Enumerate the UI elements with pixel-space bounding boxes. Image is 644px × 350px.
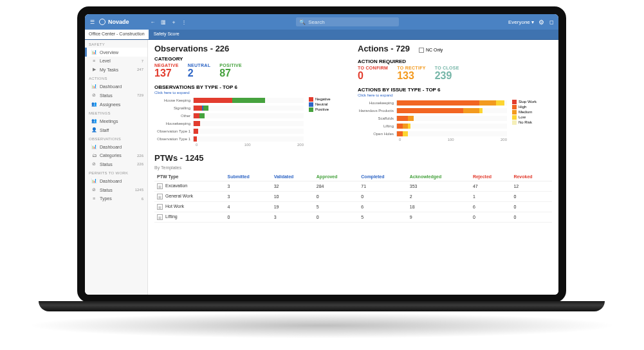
legend-item: Medium bbox=[512, 110, 552, 115]
folder-icon[interactable]: ▥ bbox=[160, 19, 167, 25]
table-cell: 47 bbox=[470, 181, 511, 191]
laptop-shadow bbox=[26, 313, 618, 338]
sidebar-item-staff[interactable]: 👤 Staff bbox=[85, 125, 147, 134]
sidebar-item-dashboard[interactable]: 📊 Dashboard bbox=[85, 142, 147, 151]
legend-swatch bbox=[512, 115, 517, 120]
search-box[interactable]: 🔍 bbox=[296, 17, 399, 26]
back-icon[interactable]: ← bbox=[150, 19, 156, 25]
sidebar-item-types[interactable]: ≡ Types 6 bbox=[85, 194, 147, 203]
ptw-header[interactable]: Submitted bbox=[225, 172, 271, 181]
bar-segment bbox=[397, 124, 403, 129]
table-row[interactable]: ▦General Work31000210 bbox=[154, 191, 552, 201]
add-icon[interactable]: ＋ bbox=[170, 19, 177, 26]
table-cell: 5 bbox=[314, 201, 359, 212]
bar-segment bbox=[194, 129, 198, 134]
brand-logo[interactable]: Novade bbox=[99, 19, 129, 25]
bar-label: Lifting bbox=[358, 124, 396, 128]
stat-value: 87 bbox=[219, 68, 242, 79]
table-cell: 0 bbox=[314, 212, 359, 222]
sidebar-item-my-tasks[interactable]: ▶ My Tasks 247 bbox=[85, 65, 147, 74]
table-cell: 0 bbox=[358, 191, 407, 201]
ptw-header[interactable]: Completed bbox=[358, 172, 407, 181]
sidebar-item-label: Meetings bbox=[100, 119, 118, 124]
ptw-header[interactable]: PTW Type bbox=[154, 172, 225, 181]
bar-track bbox=[193, 113, 304, 118]
obs-category-label: CATEGORY bbox=[154, 56, 349, 62]
sidebar-item-status[interactable]: ⊘ Status 1245 bbox=[85, 185, 147, 194]
checkbox-icon bbox=[419, 48, 424, 53]
sidebar-item-count: 1245 bbox=[135, 188, 143, 192]
profile-icon[interactable]: ◻ bbox=[548, 19, 555, 25]
table-cell: 6 bbox=[470, 201, 511, 212]
ptw-header[interactable]: Validated bbox=[271, 172, 314, 181]
sidebar-item-dashboard[interactable]: 📊 Dashboard bbox=[85, 82, 147, 91]
sidebar-item-meetings[interactable]: 👥 Meetings bbox=[85, 116, 147, 125]
act-chart-title: ACTIONS BY ISSUE TYPE - TOP 6 bbox=[358, 87, 552, 93]
bar-segment bbox=[479, 108, 482, 113]
actions-panel: Actions - 729 NC Only ACTION REQUIRED TO… bbox=[358, 44, 552, 147]
table-row[interactable]: ▦Lifting0305900 bbox=[154, 212, 552, 222]
search-icon: 🔍 bbox=[299, 19, 306, 25]
sidebar-group: ACTIONS bbox=[85, 74, 147, 82]
ptw-header[interactable]: Approved bbox=[314, 172, 359, 181]
legend-label: Medium bbox=[519, 110, 532, 114]
bar-track bbox=[193, 136, 304, 142]
bar-segment bbox=[199, 113, 205, 118]
table-cell: 12 bbox=[511, 181, 552, 191]
bar-track bbox=[193, 106, 304, 111]
bar-segment bbox=[403, 124, 409, 129]
ptw-header[interactable]: Acknowledged bbox=[407, 172, 470, 181]
breadcrumb[interactable]: Office Center - Construction bbox=[85, 30, 149, 39]
table-cell: 32 bbox=[271, 181, 314, 191]
bar-segment bbox=[463, 108, 480, 113]
app-topbar: ☰ Novade ← ▥ ＋ ⋮ 🔍 Everyone ▾ ⚙ ◻ bbox=[85, 14, 558, 30]
sidebar-item-level[interactable]: ≡ Level 7 bbox=[85, 57, 147, 65]
search-input[interactable] bbox=[308, 19, 396, 25]
sidebar-icon: 📊 bbox=[91, 144, 97, 149]
sidebar-item-overview[interactable]: 📊 Overview bbox=[85, 48, 147, 57]
obs-legend: NegativeNeutralPositive bbox=[309, 97, 349, 147]
ptw-header[interactable]: Revoked bbox=[511, 172, 552, 181]
sidebar-item-label: Staff bbox=[100, 128, 109, 133]
sidebar-item-dashboard[interactable]: 📊 Dashboard bbox=[85, 176, 147, 185]
sidebar-item-categories[interactable]: 🗂 Categories 226 bbox=[85, 151, 147, 160]
sidebar-item-status[interactable]: ⊘ Status 729 bbox=[85, 91, 147, 100]
more-icon[interactable]: ⋮ bbox=[181, 19, 187, 25]
bar-label: Observation Type 1 bbox=[154, 137, 193, 141]
actions-title: Actions - 729 bbox=[358, 44, 410, 53]
sidebar-icon: ≡ bbox=[91, 196, 97, 201]
settings-icon[interactable]: ⚙ bbox=[538, 19, 544, 26]
table-row[interactable]: ▦Excavation332284713534712 bbox=[154, 181, 552, 191]
laptop-base bbox=[39, 301, 605, 311]
table-row[interactable]: ▦Hot Work419561860 bbox=[154, 201, 552, 212]
obs-expand-link[interactable]: Click here to expand bbox=[154, 91, 349, 95]
nc-only-checkbox[interactable]: NC Only bbox=[419, 48, 443, 53]
table-cell: ▦Lifting bbox=[154, 212, 225, 222]
sidebar-item-count: 6 bbox=[142, 197, 143, 201]
table-cell: 2 bbox=[407, 191, 470, 201]
scope-dropdown[interactable]: Everyone ▾ bbox=[508, 19, 534, 25]
act-chart[interactable]: HousekeepingHazardous ProductsScaffoldsL… bbox=[358, 99, 507, 142]
sidebar-icon: 👤 bbox=[91, 127, 97, 133]
chart-bar-row: Signalling bbox=[154, 104, 304, 112]
sidebar-item-status[interactable]: ⊘ Status 226 bbox=[85, 160, 147, 169]
chart-bar-row: Observation Type 1 bbox=[154, 127, 304, 135]
laptop-screen: ☰ Novade ← ▥ ＋ ⋮ 🔍 Everyone ▾ ⚙ ◻ Office… bbox=[77, 6, 566, 302]
table-cell: 6 bbox=[358, 201, 407, 212]
tab-safety-score[interactable]: Safety Score bbox=[149, 30, 185, 39]
act-expand-link[interactable]: Click here to expand bbox=[358, 93, 552, 97]
legend-label: Positive bbox=[315, 107, 329, 111]
stat-label: TO CLOSE bbox=[435, 66, 459, 70]
legend-label: Stop Work bbox=[519, 100, 537, 104]
sidebar-item-assignees[interactable]: 👥 Assignees bbox=[85, 100, 147, 109]
table-cell: 353 bbox=[407, 181, 470, 191]
menu-icon[interactable]: ☰ bbox=[89, 19, 95, 25]
nc-only-label: NC Only bbox=[426, 48, 443, 52]
sidebar-item-label: Dashboard bbox=[100, 84, 122, 89]
obs-chart[interactable]: House KeepingSignallingOtherHousekeeping… bbox=[154, 97, 304, 147]
table-cell: 5 bbox=[358, 212, 407, 222]
bar-segment bbox=[194, 136, 197, 142]
ptw-header[interactable]: Rejected bbox=[470, 172, 511, 181]
legend-swatch bbox=[309, 102, 313, 107]
bar-label: Open Holes bbox=[358, 132, 396, 136]
